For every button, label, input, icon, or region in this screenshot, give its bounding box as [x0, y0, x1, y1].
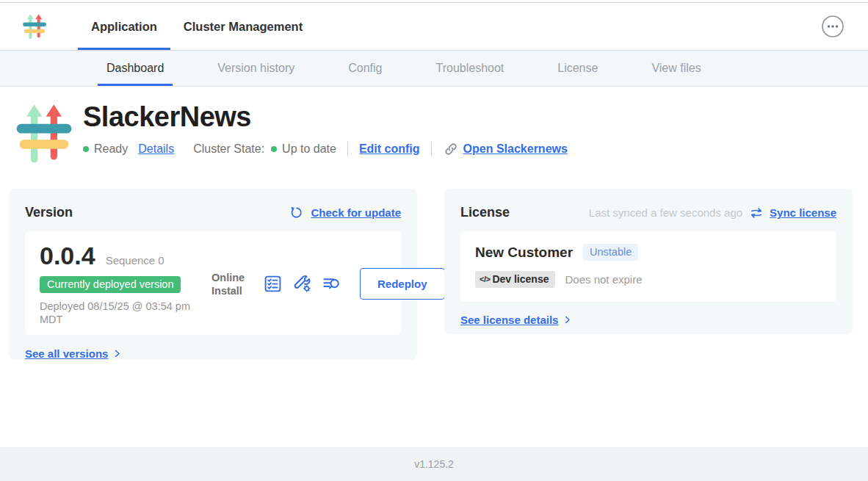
chevron-right-icon: [562, 314, 573, 325]
license-expiry: Does not expire: [565, 273, 642, 286]
sync-arrows-icon: [749, 206, 764, 220]
preflight-checks-icon: [263, 274, 283, 294]
app-subnav: Dashboard Version history Config Trouble…: [0, 50, 868, 87]
dashboard-cards: Version Check for update 0.0.4 Sequence …: [0, 189, 868, 360]
channel-badge: Unstable: [583, 244, 638, 261]
license-card: License Last synced a few seconds ago: [444, 189, 853, 334]
subnav-version-history-label: Version history: [217, 62, 294, 75]
more-menu-button[interactable]: [821, 15, 845, 38]
app-header: SlackerNews Ready Details Cluster State:…: [0, 87, 868, 167]
see-license-details-label: See license details: [460, 314, 558, 326]
deployed-badge: Currently deployed version: [40, 276, 181, 293]
open-app-link[interactable]: Open Slackernews: [443, 141, 568, 157]
tab-application-label: Application: [91, 20, 157, 34]
version-card: Version Check for update 0.0.4 Sequence …: [9, 189, 417, 360]
check-for-update-label: Check for update: [311, 206, 401, 219]
subnav-license[interactable]: License: [549, 51, 607, 86]
open-app-link-label: Open Slackernews: [463, 142, 568, 156]
tab-application[interactable]: Application: [78, 3, 170, 50]
tab-cluster-management-label: Cluster Management: [184, 20, 303, 34]
refresh-icon: [289, 205, 304, 220]
console-version: v1.125.2: [414, 458, 454, 470]
link-icon: [443, 141, 459, 157]
subnav-dashboard-label: Dashboard: [106, 62, 164, 75]
cluster-state-dot: [271, 146, 277, 152]
app-logo-small: [22, 12, 47, 41]
subnav-config[interactable]: Config: [339, 51, 391, 86]
config-wrench-icon: [292, 274, 312, 294]
subnav-view-files-label: View files: [651, 62, 701, 75]
app-status-row: Ready Details Cluster State: Up to date …: [83, 141, 568, 157]
deploy-logs-icon: [322, 274, 341, 294]
license-type-badge: </> Dev license: [475, 271, 555, 288]
chevron-right-icon: [112, 348, 123, 359]
version-card-title: Version: [25, 205, 73, 220]
edit-config-icon-button[interactable]: [292, 274, 312, 294]
subnav-troubleshoot[interactable]: Troubleshoot: [427, 51, 513, 86]
redeploy-button[interactable]: Redeploy: [360, 268, 445, 300]
top-header: Application Cluster Management: [0, 2, 868, 50]
ellipsis-menu-icon: [821, 15, 845, 38]
subnav-dashboard[interactable]: Dashboard: [98, 51, 173, 86]
tab-cluster-management[interactable]: Cluster Management: [170, 3, 316, 50]
deployed-timestamp: Deployed 08/15/25 @ 03:54 pm MDT: [40, 300, 201, 326]
subnav-config-label: Config: [348, 62, 382, 75]
app-logo-large: [15, 99, 73, 167]
cluster-state-value: Up to date: [282, 142, 336, 156]
subnav-troubleshoot-label: Troubleshoot: [435, 62, 504, 75]
divider: [347, 142, 348, 156]
console-footer: v1.125.2: [0, 447, 868, 481]
last-synced-label: Last synced a few seconds ago: [589, 206, 742, 219]
license-summary-panel: New Customer Unstable </> Dev license Do…: [460, 231, 836, 302]
subnav-license-label: License: [557, 62, 598, 75]
license-card-title: License: [460, 205, 510, 220]
app-title: SlackerNews: [83, 101, 568, 134]
code-icon: </>: [480, 275, 490, 283]
deploy-logs-button[interactable]: [322, 274, 341, 294]
see-all-versions-link[interactable]: See all versions: [25, 347, 123, 360]
subnav-view-files[interactable]: View files: [643, 51, 709, 86]
license-type-label: Dev license: [492, 273, 549, 285]
app-status-label: Ready: [94, 142, 128, 156]
primary-tabs: Application Cluster Management: [78, 3, 316, 50]
edit-config-link[interactable]: Edit config: [359, 142, 420, 156]
sync-license-label: Sync license: [770, 206, 836, 219]
see-all-versions-label: See all versions: [25, 347, 108, 360]
app-status-dot: [83, 146, 89, 152]
preflight-checks-button[interactable]: [263, 274, 283, 294]
divider: [431, 142, 432, 156]
version-number: 0.0.4: [40, 242, 95, 270]
status-details-link[interactable]: Details: [138, 142, 174, 156]
see-license-details-link[interactable]: See license details: [460, 314, 573, 326]
check-for-update-link[interactable]: Check for update: [289, 205, 401, 220]
install-type-label: Online Install: [211, 271, 251, 297]
subnav-version-history[interactable]: Version history: [209, 51, 303, 86]
version-sequence: Sequence 0: [106, 254, 164, 267]
cluster-state-label: Cluster State:: [193, 142, 264, 156]
current-version-panel: 0.0.4 Sequence 0 Currently deployed vers…: [25, 231, 401, 335]
admin-console-page: Application Cluster Management Dashboard…: [0, 0, 868, 360]
customer-name: New Customer: [475, 245, 573, 261]
sync-license-link[interactable]: Sync license: [749, 206, 836, 220]
